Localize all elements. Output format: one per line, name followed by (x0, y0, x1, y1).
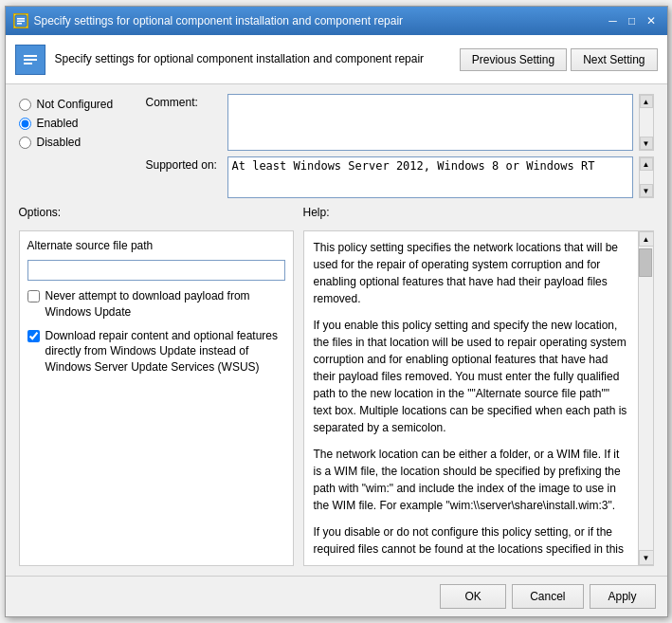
svg-rect-5 (24, 55, 37, 57)
not-configured-option[interactable]: Not Configured (19, 98, 133, 111)
cancel-button[interactable]: Cancel (512, 584, 583, 609)
policy-icon (15, 45, 45, 75)
checkbox1-item: Never attempt to download payload from W… (27, 288, 285, 321)
checkbox2-label: Download repair content and optional fea… (45, 328, 285, 376)
help-panel: This policy setting specifies the networ… (303, 230, 654, 566)
enabled-radio[interactable] (19, 118, 31, 130)
not-configured-radio[interactable] (19, 99, 31, 111)
config-section: Not Configured Enabled Disabled Comment:… (19, 94, 654, 198)
disabled-option[interactable]: Disabled (19, 136, 133, 149)
svg-rect-1 (17, 18, 25, 20)
help-scroll-thumb[interactable] (639, 248, 652, 277)
help-para-1: This policy setting specifies the networ… (314, 239, 630, 307)
comment-scroll-up[interactable]: ▲ (640, 95, 653, 108)
window-title: Specify settings for optional component … (34, 14, 404, 27)
close-button[interactable]: ✕ (643, 12, 660, 29)
header-bar: Specify settings for optional component … (6, 35, 667, 84)
supported-scroll-up[interactable]: ▲ (640, 157, 653, 171)
checkbox1-label: Never attempt to download payload from W… (45, 288, 285, 321)
comment-row: Comment: ▲ ▼ (146, 94, 654, 151)
header-buttons: Previous Setting Next Setting (460, 48, 658, 71)
radio-group: Not Configured Enabled Disabled (19, 94, 133, 198)
alt-source-input[interactable] (27, 260, 285, 281)
panel-headers: Options: Help: (19, 206, 654, 219)
help-content: This policy setting specifies the networ… (304, 231, 653, 565)
checkbox1[interactable] (27, 290, 40, 302)
help-header: Help: (303, 206, 654, 219)
alt-source-label: Alternate source file path (27, 239, 285, 252)
options-label: Options: (19, 206, 62, 219)
disabled-radio[interactable] (19, 137, 31, 149)
help-scroll-down[interactable]: ▼ (639, 550, 654, 565)
enabled-option[interactable]: Enabled (19, 117, 133, 130)
maximize-button[interactable]: □ (624, 12, 641, 29)
header-title: Specify settings for optional component … (55, 51, 425, 67)
options-panel: Alternate source file path Never attempt… (19, 230, 294, 566)
supported-scrollbar: ▲ ▼ (639, 156, 654, 198)
prev-setting-button[interactable]: Previous Setting (460, 48, 567, 71)
supported-scroll-down[interactable]: ▼ (640, 184, 653, 197)
lower-section: Alternate source file path Never attempt… (19, 230, 654, 566)
supported-textarea[interactable] (227, 156, 633, 198)
comment-scrollbar: ▲ ▼ (639, 94, 654, 151)
bottom-bar: OK Cancel Apply (6, 576, 667, 616)
minimize-button[interactable]: ─ (605, 12, 622, 29)
help-label: Help: (303, 206, 330, 219)
supported-row: Supported on: ▲ ▼ (146, 156, 654, 198)
svg-rect-2 (17, 21, 25, 23)
next-setting-button[interactable]: Next Setting (571, 48, 657, 71)
title-bar-left: Specify settings for optional component … (13, 13, 404, 28)
help-scroll-up[interactable]: ▲ (639, 231, 654, 247)
help-scroll-track (639, 247, 653, 550)
title-bar: Specify settings for optional component … (6, 7, 667, 35)
title-controls: ─ □ ✕ (605, 12, 660, 29)
disabled-label: Disabled (37, 136, 82, 149)
apply-button[interactable]: Apply (590, 584, 656, 609)
main-content: Not Configured Enabled Disabled Comment:… (6, 84, 667, 576)
right-panels: Comment: ▲ ▼ Supported on: ▲ ▼ (146, 94, 654, 198)
svg-rect-3 (17, 23, 22, 25)
help-para-4: If you disable or do not configure this … (314, 523, 630, 558)
window-icon (13, 13, 28, 28)
comment-textarea[interactable] (227, 94, 633, 151)
enabled-label: Enabled (37, 117, 79, 130)
help-scrollbar: ▲ ▼ (638, 231, 653, 565)
comment-label: Comment: (146, 94, 222, 109)
svg-rect-7 (24, 63, 32, 64)
ok-button[interactable]: OK (440, 584, 506, 609)
checkbox2-item: Download repair content and optional fea… (27, 328, 285, 376)
supported-label: Supported on: (146, 156, 222, 172)
comment-scroll-down[interactable]: ▼ (640, 137, 653, 150)
help-para-3: The network location can be either a fol… (314, 446, 630, 514)
svg-rect-6 (24, 59, 37, 61)
not-configured-label: Not Configured (37, 98, 114, 111)
header-left: Specify settings for optional component … (15, 45, 460, 75)
help-para-2: If you enable this policy setting and sp… (314, 317, 630, 436)
main-window: Specify settings for optional component … (5, 6, 668, 617)
checkbox2[interactable] (27, 330, 40, 342)
options-header: Options: (19, 206, 294, 219)
